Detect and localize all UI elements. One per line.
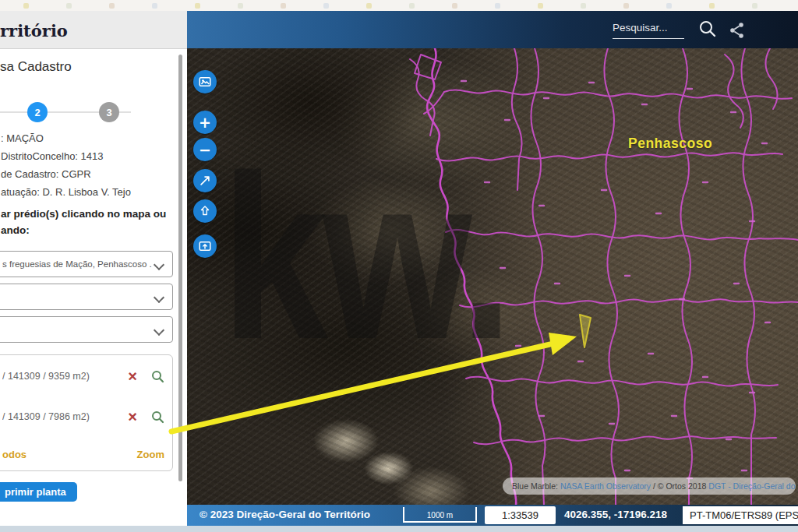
scale-bar-label: 1000 m: [427, 511, 453, 520]
freguesia-select[interactable]: s freguesias de Mação, Penhascoso ...: [0, 251, 173, 277]
parcel-label: / 141309 / 9359 m2): [2, 371, 128, 382]
zoom-in-icon[interactable]: +: [193, 111, 217, 134]
favicon-icon[interactable]: [623, 3, 629, 9]
list-actions: odos Zoom: [2, 449, 164, 460]
favicon-icon[interactable]: [366, 3, 372, 9]
page-title: sa Cadastro: [0, 59, 72, 75]
remove-all-link[interactable]: odos: [2, 449, 26, 460]
sidebar-panel: rritório sa Cadastro 2 3 : MAÇÃO Distrit…: [0, 11, 187, 525]
print-plan-button[interactable]: primir planta: [0, 482, 77, 502]
page-background-strip: [0, 526, 798, 532]
attribution-link[interactable]: DGT - Direção-Geral do Te: [708, 481, 796, 491]
parcel-row: / 141309 / 9359 m2) ×: [2, 365, 164, 388]
copyright-text: © 2023 Direção-Geral do Território: [200, 509, 370, 520]
scale-bar: 1000 m: [403, 507, 477, 523]
map-toolbar: Pesquisar...: [187, 11, 798, 48]
favicon-icon[interactable]: [495, 3, 500, 9]
map-statusbar: © 2023 Direção-Geral do Território 1000 …: [187, 505, 798, 526]
place-label-penhascoso: Penhascoso: [628, 136, 712, 152]
favicon-icon[interactable]: [709, 3, 715, 9]
step-3-indicator[interactable]: 3: [99, 102, 119, 122]
application-window: rritório sa Cadastro 2 3 : MAÇÃO Distrit…: [0, 0, 798, 532]
kw-watermark: kw.: [221, 140, 508, 374]
wizard-steps: 2 3: [0, 98, 187, 129]
favicon-icon[interactable]: [152, 3, 157, 9]
favicon-icon[interactable]: [409, 3, 415, 9]
zoom-link[interactable]: Zoom: [137, 449, 164, 460]
attribution-link[interactable]: NASA Earth Observatory: [560, 481, 651, 491]
app-header: rritório: [0, 11, 187, 49]
favicon-icon[interactable]: [452, 3, 457, 9]
cursor-coordinates: 4026.355, -17196.218: [564, 509, 667, 520]
crs-selector[interactable]: PT-TM06/ETRS89 (EPSG:3: [683, 506, 798, 524]
parcel-info-block: : MAÇÃO DistritoConcelho: 1413 de Cadast…: [1, 129, 131, 201]
chevron-down-icon: [154, 325, 164, 336]
chevron-down-icon: [154, 292, 164, 303]
scale-ratio[interactable]: 1:33539: [485, 506, 556, 524]
favicon-icon[interactable]: [538, 3, 543, 9]
favicon-icon[interactable]: [66, 3, 72, 9]
search-input[interactable]: Pesquisar...: [613, 20, 684, 39]
favicon-icon[interactable]: [581, 3, 586, 9]
export-image-icon[interactable]: [193, 234, 217, 258]
favicon-icon[interactable]: [281, 3, 286, 9]
parcel-row: / 141309 / 7986 m2) ×: [2, 405, 164, 428]
basemap-gallery-icon[interactable]: [193, 70, 217, 93]
favicon-icon[interactable]: [195, 3, 200, 9]
search-placeholder: Pesquisar...: [613, 22, 668, 33]
chevron-down-icon: [154, 259, 164, 270]
selected-parcels-list: / 141309 / 9359 m2) × / 141309 / 7986 m2…: [0, 354, 173, 471]
browser-favorites-bar: [0, 0, 798, 11]
measure-icon[interactable]: [193, 169, 217, 192]
map-attribution: Blue Marble: NASA Earth Observatory / © …: [503, 477, 796, 495]
zoom-parcel-icon[interactable]: [151, 410, 164, 424]
favicon-icon[interactable]: [238, 3, 243, 9]
zoom-parcel-icon[interactable]: [151, 370, 164, 383]
info-line-distrito: DistritoConcelho: 1413: [1, 147, 131, 165]
remove-parcel-icon[interactable]: ×: [128, 368, 137, 384]
step-2-indicator[interactable]: 2: [27, 102, 48, 122]
highlighted-parcel: [580, 315, 591, 347]
favicon-icon[interactable]: [23, 3, 29, 9]
seccao-select[interactable]: [0, 284, 173, 310]
info-line-concelho: : MAÇÃO: [1, 129, 131, 147]
map-canvas[interactable]: kw. Penhascoso + − Blue Marble: NASA Ear…: [187, 48, 798, 505]
sidebar-scrollbar[interactable]: [178, 55, 182, 481]
favicon-icon[interactable]: [109, 3, 115, 9]
info-line-cadastro: de Cadastro: CGPR: [1, 165, 131, 183]
info-line-atuacao: atuação: D. R. Lisboa V. Tejo: [1, 183, 131, 201]
search-icon[interactable]: [698, 19, 717, 38]
remove-parcel-icon[interactable]: ×: [128, 409, 137, 425]
parcel-label: / 141309 / 7986 m2): [2, 411, 128, 422]
predio-select[interactable]: [0, 316, 173, 343]
share-icon[interactable]: [729, 21, 745, 40]
app-title: rritório: [0, 21, 68, 41]
favicon-icon[interactable]: [323, 3, 329, 9]
favicon-icon[interactable]: [666, 3, 672, 9]
extent-icon[interactable]: [193, 199, 217, 223]
instruction-text: ar prédio(s) clicando no mapa ou ando:: [1, 206, 166, 238]
zoom-out-icon[interactable]: −: [193, 138, 217, 161]
favicon-icon[interactable]: [752, 3, 757, 9]
